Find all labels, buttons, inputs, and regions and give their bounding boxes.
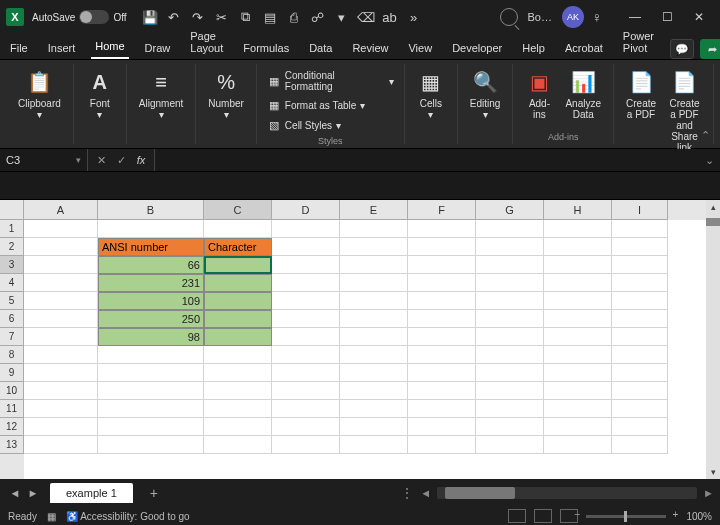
cell-B11[interactable] (98, 400, 204, 418)
analyze-data-button[interactable]: 📊 Analyze Data (561, 66, 605, 130)
sheet-tab-active[interactable]: example 1 (50, 483, 133, 503)
cell-G13[interactable] (476, 436, 544, 454)
cell-F8[interactable] (408, 346, 476, 364)
row-header-10[interactable]: 10 (0, 382, 24, 400)
cell-I13[interactable] (612, 436, 668, 454)
cell-B6[interactable]: 250 (98, 310, 204, 328)
cell-C5[interactable] (204, 292, 272, 310)
accept-formula-icon[interactable]: ✓ (112, 154, 130, 167)
chevron-down-icon[interactable]: ▾ (331, 6, 353, 28)
chevron-down-icon[interactable]: ▾ (76, 155, 81, 165)
cell-B1[interactable] (98, 220, 204, 238)
col-header-C[interactable]: C (204, 200, 272, 220)
cell-A4[interactable] (24, 274, 98, 292)
vscroll-thumb[interactable] (706, 218, 720, 226)
cell-C12[interactable] (204, 418, 272, 436)
normal-view-icon[interactable] (508, 509, 526, 523)
col-header-A[interactable]: A (24, 200, 98, 220)
cell-I10[interactable] (612, 382, 668, 400)
row-header-1[interactable]: 1 (0, 220, 24, 238)
row-header-12[interactable]: 12 (0, 418, 24, 436)
row-header-11[interactable]: 11 (0, 400, 24, 418)
copy-icon[interactable]: ⧉ (235, 6, 257, 28)
col-header-I[interactable]: I (612, 200, 668, 220)
cell-C1[interactable] (204, 220, 272, 238)
cell-B9[interactable] (98, 364, 204, 382)
cell-A10[interactable] (24, 382, 98, 400)
cell-A2[interactable] (24, 238, 98, 256)
cell-D5[interactable] (272, 292, 340, 310)
cell-G3[interactable] (476, 256, 544, 274)
cell-H5[interactable] (544, 292, 612, 310)
cell-styles-button[interactable]: ▧ Cell Styles▾ (265, 116, 396, 134)
strike-icon[interactable]: ab (379, 6, 401, 28)
cell-D3[interactable] (272, 256, 340, 274)
tab-review[interactable]: Review (348, 37, 392, 59)
addins-button[interactable]: ▣ Add-ins (521, 66, 557, 130)
cell-E11[interactable] (340, 400, 408, 418)
cell-C7[interactable] (204, 328, 272, 346)
cell-B10[interactable] (98, 382, 204, 400)
tab-data[interactable]: Data (305, 37, 336, 59)
cell-I3[interactable] (612, 256, 668, 274)
tab-help[interactable]: Help (518, 37, 549, 59)
save-icon[interactable]: 💾 (139, 6, 161, 28)
cell-A13[interactable] (24, 436, 98, 454)
cell-C11[interactable] (204, 400, 272, 418)
cell-D4[interactable] (272, 274, 340, 292)
formula-bar[interactable]: ⌄ (154, 149, 720, 171)
cell-A1[interactable] (24, 220, 98, 238)
cell-C4[interactable] (204, 274, 272, 292)
tab-view[interactable]: View (404, 37, 436, 59)
more-icon[interactable]: » (403, 6, 425, 28)
cell-I1[interactable] (612, 220, 668, 238)
select-all-corner[interactable] (0, 200, 24, 220)
cell-H4[interactable] (544, 274, 612, 292)
cell-A11[interactable] (24, 400, 98, 418)
cell-C8[interactable] (204, 346, 272, 364)
cell-F4[interactable] (408, 274, 476, 292)
horizontal-scrollbar[interactable] (437, 487, 697, 499)
cell-A8[interactable] (24, 346, 98, 364)
comments-icon[interactable]: 💬 (670, 39, 694, 59)
cell-C9[interactable] (204, 364, 272, 382)
link-icon[interactable]: ☍ (307, 6, 329, 28)
cell-C10[interactable] (204, 382, 272, 400)
cell-C13[interactable] (204, 436, 272, 454)
cell-C3[interactable] (204, 256, 272, 274)
hscroll-thumb[interactable] (445, 487, 515, 499)
add-sheet-button[interactable]: + (143, 482, 165, 504)
row-header-7[interactable]: 7 (0, 328, 24, 346)
cell-I6[interactable] (612, 310, 668, 328)
cell-F12[interactable] (408, 418, 476, 436)
cell-I7[interactable] (612, 328, 668, 346)
cell-A9[interactable] (24, 364, 98, 382)
row-header-8[interactable]: 8 (0, 346, 24, 364)
scroll-right-icon[interactable]: ► (703, 487, 714, 499)
row-header-6[interactable]: 6 (0, 310, 24, 328)
cell-H10[interactable] (544, 382, 612, 400)
cell-D13[interactable] (272, 436, 340, 454)
cell-B8[interactable] (98, 346, 204, 364)
expand-formula-bar-icon[interactable]: ⌄ (705, 154, 714, 167)
cell-A6[interactable] (24, 310, 98, 328)
scroll-down-icon[interactable]: ▾ (706, 467, 720, 477)
cells-area[interactable]: ANSI numberCharacter6623110925098 (24, 220, 706, 479)
cell-H9[interactable] (544, 364, 612, 382)
row-header-3[interactable]: 3 (0, 256, 24, 274)
row-header-13[interactable]: 13 (0, 436, 24, 454)
tab-home[interactable]: Home (91, 35, 128, 59)
row-header-2[interactable]: 2 (0, 238, 24, 256)
cell-H13[interactable] (544, 436, 612, 454)
alignment-button[interactable]: ≡ Alignment▾ (135, 66, 187, 122)
col-header-F[interactable]: F (408, 200, 476, 220)
sheet-next-icon[interactable]: ► (24, 487, 42, 499)
cell-E6[interactable] (340, 310, 408, 328)
cell-H1[interactable] (544, 220, 612, 238)
cell-F13[interactable] (408, 436, 476, 454)
row-header-5[interactable]: 5 (0, 292, 24, 310)
name-box[interactable]: C3 ▾ (0, 149, 88, 171)
cell-B5[interactable]: 109 (98, 292, 204, 310)
tab-draw[interactable]: Draw (141, 37, 175, 59)
cell-A5[interactable] (24, 292, 98, 310)
